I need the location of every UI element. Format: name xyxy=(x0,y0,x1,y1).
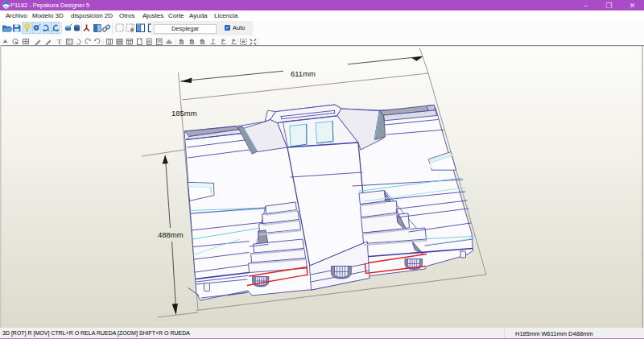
svg-text:185mm: 185mm xyxy=(171,109,197,118)
svg-text:488mm: 488mm xyxy=(158,230,184,239)
svg-text:611mm: 611mm xyxy=(291,69,316,78)
